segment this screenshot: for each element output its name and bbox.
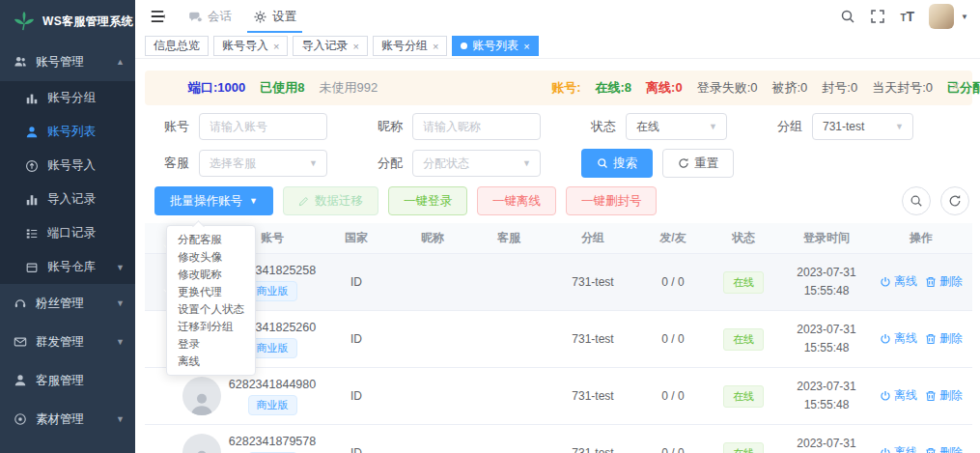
topbar-right: TT ▼ (840, 4, 968, 29)
data-migrate-label: 数据迁移 (315, 193, 363, 210)
headset-icon (14, 297, 27, 310)
assign-select-placeholder: 分配状态 (423, 156, 469, 172)
column-header-login-time: 登录时间 (780, 230, 873, 246)
menu-item-change-proxy[interactable]: 更换代理 (167, 283, 255, 300)
sidebar-item-port-records[interactable]: 端口记录 (0, 216, 135, 250)
tab-account-import[interactable]: 账号导入 × (213, 36, 288, 56)
menu-item-set-status[interactable]: 设置个人状态 (167, 300, 255, 318)
agent-select[interactable]: 选择客服 ▼ (199, 150, 327, 177)
search-icon[interactable] (840, 9, 855, 24)
sidebar-item-fans-management[interactable]: 粉丝管理 ▼ (0, 284, 135, 323)
delete-link[interactable]: 删除 (925, 387, 963, 404)
tab-account-list[interactable]: 账号列表 × (452, 36, 538, 56)
assign-select[interactable]: 分配状态 ▼ (412, 150, 541, 177)
sidebar-item-account-groups[interactable]: 账号分组 (0, 81, 135, 115)
sidebar-item-account-import[interactable]: 账号导入 (0, 149, 135, 183)
tab-info-overview[interactable]: 信息总览 (145, 36, 209, 56)
batch-actions-button[interactable]: 批量操作账号 ▼ (154, 186, 273, 215)
account-number: 6282341879578 (226, 435, 319, 448)
fullscreen-icon[interactable] (870, 9, 885, 24)
nav-settings[interactable]: 设置 (242, 0, 307, 33)
main-area: 会话 设置 TT ▼ 信息总览 账号导入 × 导入记录 × 账号分组 × (135, 0, 980, 453)
menu-item-move-to-group[interactable]: 迁移到分组 (167, 318, 255, 335)
caret-down-icon[interactable]: ▼ (961, 13, 968, 21)
sidebar-item-material-management[interactable]: 素材管理 ▼ (0, 400, 135, 439)
login-all-label: 一键登录 (404, 193, 452, 210)
sidebar-item-account-management[interactable]: 账号管理 ▲ (0, 42, 135, 81)
close-icon[interactable]: × (352, 41, 358, 52)
offline-link-label: 离线 (894, 387, 917, 404)
close-icon[interactable]: × (952, 79, 960, 93)
agent-field-label: 客服 (154, 155, 189, 172)
sidebar-item-broadcast-management[interactable]: 群发管理 ▼ (0, 323, 135, 361)
content: 端口:1000 已使用8 未使用992 账号: 在线:8 离线:0 登录失败:0… (135, 59, 980, 453)
table-header: 账号 国家 昵称 客服 分组 发/友 状态 登录时间 操作 (145, 223, 972, 254)
sidebar-item-label: 账号分组 (47, 90, 96, 106)
topbar: 会话 设置 TT ▼ (135, 0, 980, 33)
font-size-icon[interactable]: TT (900, 9, 914, 24)
data-migrate-button[interactable]: 数据迁移 (283, 186, 378, 215)
menu-item-offline[interactable]: 离线 (167, 353, 255, 370)
delete-link[interactable]: 删除 (925, 444, 963, 453)
nickname-input[interactable] (412, 113, 541, 140)
account-field-label: 账号 (154, 118, 189, 135)
menu-fold-icon[interactable] (149, 8, 166, 25)
delete-link[interactable]: 删除 (925, 273, 963, 290)
tab-account-groups[interactable]: 账号分组 × (373, 36, 447, 56)
nav-chat-label: 会话 (208, 9, 232, 25)
delete-link[interactable]: 删除 (925, 330, 963, 347)
user-avatar[interactable] (929, 4, 954, 29)
power-icon (880, 447, 891, 453)
sidebar-item-import-records[interactable]: 导入记录 (0, 183, 135, 216)
accounts-table: 账号 国家 昵称 客服 分组 发/友 状态 登录时间 操作 6282341825… (145, 223, 972, 453)
offline-link[interactable]: 离线 (880, 444, 917, 453)
column-header-agent: 客服 (471, 230, 546, 246)
offline-link[interactable]: 离线 (880, 387, 917, 404)
offline-all-button[interactable]: 一键离线 (477, 186, 556, 215)
sent-friend-cell: 0 / 0 (639, 446, 707, 453)
app-logo: WS客服管理系统 (0, 0, 135, 42)
unban-all-button[interactable]: 一键删封号 (566, 186, 658, 215)
stat-today-banned: 当天封号:0 (872, 79, 933, 97)
search-button[interactable]: 搜索 (581, 149, 653, 178)
login-all-button[interactable]: 一键登录 (388, 186, 467, 215)
batch-actions-menu: 分配客服 修改头像 修改昵称 更换代理 设置个人状态 迁移到分组 登录 离线 (166, 225, 256, 376)
close-icon[interactable]: × (433, 41, 438, 52)
pencil-icon (298, 195, 310, 207)
sidebar-item-agent-management[interactable]: 客服管理 (0, 361, 135, 400)
menu-item-assign-agent[interactable]: 分配客服 (167, 231, 255, 248)
column-header-status: 状态 (707, 230, 780, 246)
users-icon (14, 55, 27, 69)
group-cell: 731-test (546, 446, 639, 453)
sidebar-item-account-list[interactable]: 账号列表 (0, 115, 135, 149)
upload-icon (25, 159, 39, 173)
offline-link[interactable]: 离线 (880, 330, 917, 347)
menu-item-change-nickname[interactable]: 修改昵称 (167, 266, 255, 283)
tab-import-records[interactable]: 导入记录 × (293, 36, 367, 56)
close-icon[interactable]: × (273, 41, 279, 52)
leaf-icon (13, 11, 36, 32)
menu-item-login[interactable]: 登录 (167, 335, 255, 353)
status-select[interactable]: 在线 ▼ (626, 113, 727, 140)
menu-item-change-avatar[interactable]: 修改头像 (167, 248, 255, 266)
box-icon (25, 261, 39, 274)
table-refresh-button[interactable] (940, 186, 969, 215)
stat-online: 在线:8 (596, 79, 632, 97)
list-icon (25, 227, 39, 241)
nickname-field-label: 昵称 (368, 118, 403, 135)
account-number: 6282341844980 (226, 378, 319, 391)
stat-offline: 离线:0 (646, 79, 683, 97)
reset-button[interactable]: 重置 (662, 149, 734, 178)
offline-link[interactable]: 离线 (880, 273, 917, 290)
account-input[interactable] (199, 113, 327, 140)
bar-chart-icon (25, 92, 39, 105)
table-search-button[interactable] (902, 186, 931, 215)
unban-all-label: 一键删封号 (581, 193, 642, 210)
sidebar-item-account-warehouse[interactable]: 账号仓库 ▼ (0, 250, 135, 284)
tab-label: 信息总览 (154, 38, 200, 54)
nav-chat[interactable]: 会话 (178, 0, 242, 33)
chevron-down-icon: ▼ (116, 298, 125, 308)
login-time: 15:55:48 (780, 339, 873, 357)
close-icon[interactable]: × (523, 41, 529, 52)
group-select[interactable]: 731-test ▼ (812, 113, 913, 140)
